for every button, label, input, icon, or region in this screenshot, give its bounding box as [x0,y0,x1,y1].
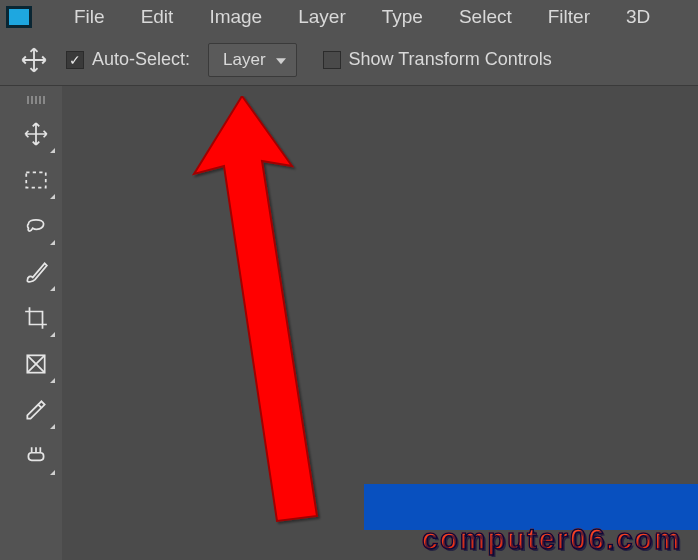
move-tool-indicator-icon [20,46,48,74]
marquee-tool[interactable] [14,158,58,202]
app-icon[interactable] [6,6,32,28]
show-transform-label: Show Transform Controls [349,49,552,70]
panel-grip[interactable] [18,94,54,106]
menubar: File Edit Image Layer Type Select Filter… [0,0,698,34]
show-transform-checkbox[interactable] [323,51,341,69]
auto-select-label: Auto-Select: [92,49,190,70]
options-bar: ✓ Auto-Select: Layer Show Transform Cont… [0,34,698,86]
lasso-tool[interactable] [14,204,58,248]
move-tool[interactable] [14,112,58,156]
svg-marker-3 [194,96,317,521]
menu-edit[interactable]: Edit [123,6,192,28]
crop-tool[interactable] [14,296,58,340]
annotation-arrow-icon [162,96,362,536]
eyedropper-tool[interactable] [14,388,58,432]
menu-type[interactable]: Type [364,6,441,28]
auto-select-dropdown-value: Layer [223,50,266,69]
menu-select[interactable]: Select [441,6,530,28]
svg-rect-0 [26,172,46,187]
auto-select-group: ✓ Auto-Select: [66,49,190,70]
menu-file[interactable]: File [56,6,123,28]
menu-layer[interactable]: Layer [280,6,364,28]
watermark-text: computer06.com [422,523,682,556]
auto-select-checkbox[interactable]: ✓ [66,51,84,69]
brush-tool[interactable] [14,250,58,294]
menu-filter[interactable]: Filter [530,6,608,28]
canvas-area[interactable]: computer06.com [62,86,698,560]
menu-3d[interactable]: 3D [608,6,668,28]
left-gutter [0,86,10,560]
healing-brush-tool[interactable] [14,434,58,478]
menu-image[interactable]: Image [191,6,280,28]
frame-tool[interactable] [14,342,58,386]
tools-panel [10,86,62,560]
auto-select-dropdown[interactable]: Layer [208,43,297,77]
svg-rect-2 [28,453,43,461]
show-transform-group: Show Transform Controls [323,49,552,70]
